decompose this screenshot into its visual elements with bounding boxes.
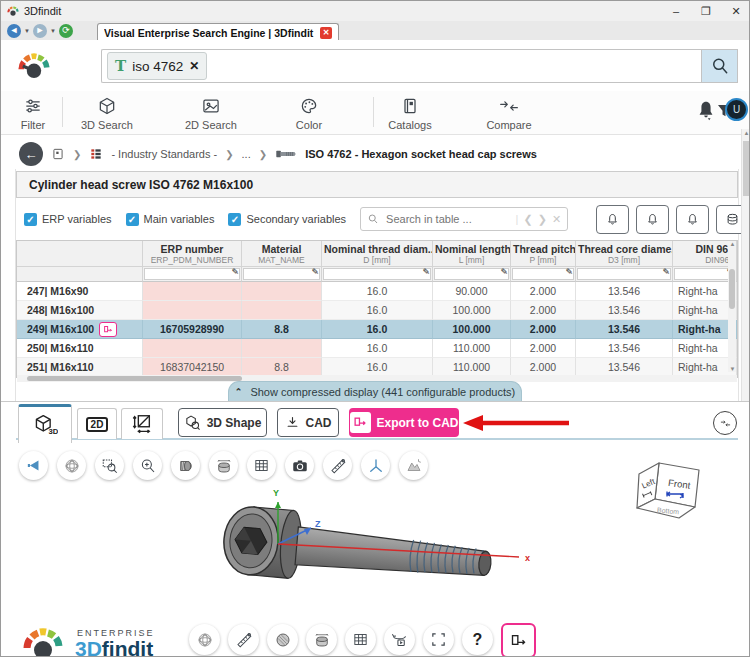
notifications-bell-icon[interactable] — [695, 99, 717, 123]
terrain-view-button[interactable] — [399, 451, 428, 480]
scroll-up-icon[interactable]: ▲ — [742, 130, 750, 136]
breadcrumb-back-button[interactable]: ← — [19, 142, 43, 166]
alert-bell-button-1[interactable] — [596, 205, 629, 234]
browser-refresh-button[interactable]: ⟳ — [59, 24, 73, 38]
zoom-window-button[interactable] — [95, 451, 124, 480]
cell-p[interactable]: 2.000 — [511, 282, 576, 301]
cell-d[interactable]: 16.0 — [322, 282, 433, 301]
cell-erp[interactable] — [143, 301, 242, 320]
measure-diameter-button[interactable] — [209, 451, 238, 480]
user-avatar[interactable]: U — [725, 98, 748, 121]
catalog-list-icon[interactable] — [89, 147, 103, 161]
column-header[interactable]: Nominal lengthL [mm] — [433, 241, 511, 267]
cell-material[interactable]: 8.8 — [242, 320, 322, 339]
column-header[interactable]: Thread core diame...D3 [mm] — [576, 241, 673, 267]
breadcrumb-ellipsis[interactable]: ... — [242, 148, 251, 160]
measure-diameter-button[interactable] — [306, 624, 337, 655]
cell-l[interactable]: 90.000 — [433, 282, 511, 301]
cell-p[interactable]: 2.000 — [511, 301, 576, 320]
browser-back-button[interactable]: ◄ — [7, 24, 21, 38]
tab-2d[interactable]: 2D — [77, 408, 117, 439]
toolbar-item-filter[interactable]: Filter — [0, 96, 75, 131]
cell-d3[interactable]: 13.546 — [576, 282, 673, 301]
filter-cell[interactable]: ✎ — [143, 267, 242, 282]
viewer-compare-button[interactable] — [713, 411, 737, 435]
filter-cell[interactable]: ✎ — [322, 267, 433, 282]
cell-erp[interactable]: 16705928990 — [143, 320, 242, 339]
scroll-down-icon[interactable]: ▼ — [728, 366, 737, 372]
cell-d[interactable]: 16.0 — [322, 339, 433, 358]
clear-search-icon[interactable]: ✕ — [552, 213, 561, 226]
toolbar-item-3d-search[interactable]: 3D Search — [65, 96, 149, 131]
browser-forward-button[interactable]: ► — [33, 24, 47, 38]
fullscreen-button[interactable] — [423, 624, 454, 655]
checkbox-erp-variables[interactable]: ✓ ERP variables — [24, 213, 112, 226]
cell-d3[interactable]: 13.546 — [576, 339, 673, 358]
cell-erp[interactable] — [143, 339, 242, 358]
minimize-button[interactable]: – — [661, 2, 691, 20]
table-row[interactable]: 248| M16x100 16.0 100.000 2.000 13.546 R… — [17, 301, 737, 320]
back-dropdown-icon[interactable]: ▼ — [24, 28, 30, 34]
table-view-button[interactable] — [345, 624, 376, 655]
cell-d3[interactable]: 13.546 — [576, 320, 673, 339]
table-row[interactable]: 250| M16x110 16.0 110.000 2.000 13.546 R… — [17, 339, 737, 358]
column-header[interactable]: Thread pitchP [mm] — [511, 241, 576, 267]
3d-model-screw[interactable]: Y Z x — [181, 480, 541, 625]
filter-cell[interactable]: ✎ — [511, 267, 576, 282]
show-compressed-button[interactable]: ⌃ Show compressed display (441 configura… — [228, 381, 522, 402]
3d-shape-button[interactable]: 3D Shape — [178, 408, 267, 437]
checkbox-secondary-variables[interactable]: ✓ Secondary variables — [228, 213, 346, 226]
view-cube[interactable]: Front Left Bottom — [631, 447, 711, 522]
toolbar-item-compare[interactable]: Compare — [467, 96, 551, 131]
scroll-up-icon[interactable]: ▲ — [728, 241, 737, 247]
close-button[interactable]: ✕ — [721, 2, 750, 20]
table-search-box[interactable]: | ❮ ❯ ✕ — [360, 207, 568, 231]
filter-cell[interactable]: ✎ — [576, 267, 673, 282]
checkbox-main-variables[interactable]: ✓ Main variables — [126, 213, 215, 226]
cell-material[interactable] — [242, 339, 322, 358]
table-row[interactable]: 247| M16x90 16.0 90.000 2.000 13.546 Rig… — [17, 282, 737, 301]
tab-dimensions[interactable] — [121, 408, 163, 439]
axes-button[interactable] — [361, 451, 390, 480]
cell-p[interactable]: 2.000 — [511, 320, 576, 339]
cell-p[interactable]: 2.000 — [511, 339, 576, 358]
help-button[interactable]: ? — [462, 624, 493, 655]
tab-close-icon[interactable]: ✕ — [320, 27, 332, 39]
forward-dropdown-icon[interactable]: ▼ — [50, 28, 56, 34]
filter-cell[interactable]: ✎ — [433, 267, 511, 282]
cell-material[interactable] — [242, 282, 322, 301]
alert-bell-button-3[interactable] — [676, 205, 709, 234]
page-icon[interactable] — [51, 147, 65, 161]
cell-l[interactable]: 110.000 — [433, 339, 511, 358]
export-to-cad-button[interactable]: Export to CAD — [349, 408, 459, 437]
wireframe-view-button[interactable] — [57, 451, 86, 480]
export-model-button[interactable] — [501, 623, 536, 657]
column-header[interactable]: MaterialMAT_NAME — [242, 241, 322, 267]
cell-l[interactable]: 100.000 — [433, 320, 511, 339]
toolbar-item-catalogs[interactable]: Catalogs — [368, 96, 452, 131]
cell-d[interactable]: 16.0 — [322, 320, 433, 339]
alert-bell-button-2[interactable] — [636, 205, 669, 234]
toolbar-item-color[interactable]: Color — [267, 96, 351, 131]
turntable-animation-button[interactable] — [384, 624, 415, 655]
screenshot-button[interactable] — [285, 451, 314, 480]
selected-row-export-icon[interactable] — [99, 322, 117, 337]
toolbar-item-2d-search[interactable]: 2D Search — [169, 96, 253, 131]
cad-download-button[interactable]: CAD — [277, 408, 339, 437]
measure-tool-button[interactable] — [228, 624, 259, 655]
cell-d[interactable]: 16.0 — [322, 301, 433, 320]
shaded-view-button[interactable] — [171, 451, 200, 480]
table-search-input[interactable] — [384, 212, 510, 226]
next-match-icon[interactable]: ❯ — [538, 213, 547, 226]
search-input[interactable]: T iso 4762 ✕ — [101, 49, 701, 83]
zoom-in-button[interactable] — [133, 451, 162, 480]
column-header[interactable]: Nominal thread diam...D [mm] — [322, 241, 433, 267]
search-button[interactable] — [701, 49, 738, 83]
remove-term-icon[interactable]: ✕ — [189, 59, 199, 73]
cell-d3[interactable]: 13.546 — [576, 301, 673, 320]
search-term-tag[interactable]: T iso 4762 ✕ — [107, 52, 207, 80]
measure-tool-button[interactable] — [323, 451, 352, 480]
cell-l[interactable]: 100.000 — [433, 301, 511, 320]
table-view-button[interactable] — [247, 451, 276, 480]
maximize-button[interactable]: ❐ — [691, 2, 721, 20]
